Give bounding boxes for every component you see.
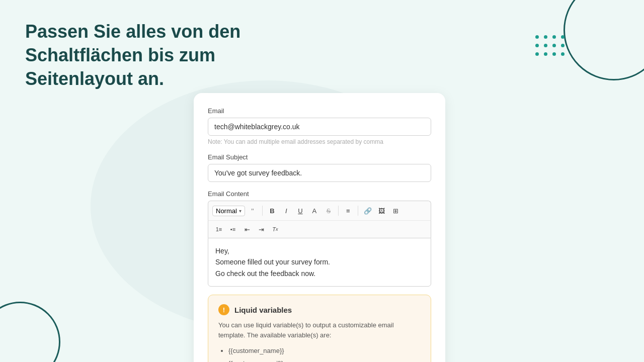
unordered-list-button[interactable]: •≡: [226, 223, 239, 236]
italic-button[interactable]: I: [280, 204, 293, 217]
rte-toolbar-row2: 1≡ •≡ ⇤ ⇥ Tx: [208, 220, 431, 238]
heading-line2: Seitenlayout an.: [25, 68, 164, 89]
clear-format-button[interactable]: Tx: [269, 223, 282, 236]
form-card: Email Note: You can add multiple email a…: [194, 93, 445, 362]
decorative-circle-top-right: [564, 0, 644, 80]
info-icon: !: [218, 304, 229, 315]
subject-label: Email Subject: [208, 153, 431, 161]
liquid-variables-header: ! Liquid variables: [218, 304, 421, 315]
rte-toolbar-row1: Normal ▾ " B I U A S̶ ≡ 🔗 🖼 ⊞: [208, 201, 431, 220]
chevron-down-icon: ▾: [239, 208, 242, 214]
indent-button[interactable]: ⇥: [255, 223, 268, 236]
align-button[interactable]: ≡: [342, 204, 355, 217]
decorative-dots: [535, 35, 566, 57]
liquid-variables-title: Liquid variables: [234, 306, 292, 314]
toolbar-divider-3: [358, 206, 358, 216]
list-item-1: {{customer_name}}: [228, 345, 421, 357]
content-field-group: Email Content Normal ▾ " B I U A S̶ ≡ 🔗 …: [208, 190, 431, 287]
email-field-group: Email Note: You can add multiple email a…: [208, 107, 431, 145]
bold-button[interactable]: B: [266, 204, 279, 217]
subject-input[interactable]: [208, 164, 431, 182]
font-color-button[interactable]: A: [308, 204, 321, 217]
style-select-value: Normal: [216, 207, 237, 215]
email-body-line3: Go check out the feedback now.: [215, 268, 424, 279]
decorative-circle-bottom-left: [0, 302, 60, 362]
liquid-variables-list: {{customer_name}} {{customer_email}} {{s…: [218, 345, 421, 362]
email-body-line2: Someone filled out your survey form.: [215, 256, 424, 267]
heading-line1: Passen Sie alles von den Schaltflächen b…: [25, 21, 240, 65]
underline-button[interactable]: U: [294, 204, 307, 217]
subject-field-group: Email Subject: [208, 153, 431, 182]
liquid-variables-description: You can use liquid variable(s) to output…: [218, 320, 421, 340]
toolbar-divider-2: [338, 206, 339, 216]
image-button[interactable]: 🖼: [375, 204, 388, 217]
quote-button[interactable]: ": [246, 204, 259, 217]
link-button[interactable]: 🔗: [361, 204, 374, 217]
strikethrough-button[interactable]: S̶: [322, 204, 335, 217]
list-item-2: {{customer_email}}: [228, 357, 421, 362]
toolbar-divider-1: [262, 206, 263, 216]
ordered-list-button[interactable]: 1≡: [212, 223, 225, 236]
email-content-editor[interactable]: Hey, Someone filled out your survey form…: [208, 238, 431, 287]
style-select[interactable]: Normal ▾: [212, 206, 245, 216]
outdent-button[interactable]: ⇤: [240, 223, 254, 236]
table-button[interactable]: ⊞: [389, 204, 403, 217]
content-label: Email Content: [208, 190, 431, 198]
page-heading: Passen Sie alles von den Schaltflächen b…: [25, 20, 352, 90]
email-body-line1: Hey,: [215, 245, 424, 256]
liquid-variables-box: ! Liquid variables You can use liquid va…: [208, 295, 431, 362]
email-input[interactable]: [208, 118, 431, 136]
email-note: Note: You can add multiple email address…: [208, 138, 431, 145]
email-label: Email: [208, 107, 431, 115]
